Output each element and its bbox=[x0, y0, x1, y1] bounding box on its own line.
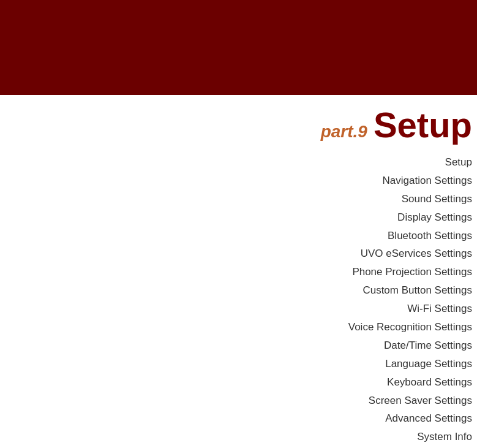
menu-item-advanced-settings[interactable]: Advanced Settings bbox=[385, 410, 472, 428]
menu-item-voice-recognition-settings[interactable]: Voice Recognition Settings bbox=[348, 319, 472, 336]
menu-item-navigation-settings[interactable]: Navigation Settings bbox=[383, 172, 472, 190]
menu-item-uvo-eservices-settings[interactable]: UVO eServices Settings bbox=[361, 245, 472, 263]
menu-item-phone-projection-settings[interactable]: Phone Projection Settings bbox=[352, 264, 472, 281]
menu-item-sound-settings[interactable]: Sound Settings bbox=[402, 191, 472, 208]
title-section: part.9 Setup bbox=[0, 107, 477, 143]
menu-item-bluetooth-settings[interactable]: Bluetooth Settings bbox=[388, 227, 472, 245]
content-area: part.9 Setup SetupNavigation SettingsSou… bbox=[0, 95, 477, 446]
header-banner bbox=[0, 0, 477, 95]
part-label: part.9 bbox=[321, 122, 367, 142]
menu-item-language-settings[interactable]: Language Settings bbox=[385, 355, 472, 373]
menu-item-custom-button-settings[interactable]: Custom Button Settings bbox=[362, 282, 472, 300]
menu-item-system-info[interactable]: System Info bbox=[417, 428, 472, 446]
menu-item-keyboard-settings[interactable]: Keyboard Settings bbox=[387, 374, 472, 392]
setup-title: Setup bbox=[374, 107, 472, 143]
menu-item-wifi-settings[interactable]: Wi-Fi Settings bbox=[407, 300, 472, 318]
menu-item-screen-saver-settings[interactable]: Screen Saver Settings bbox=[369, 392, 472, 410]
menu-list: SetupNavigation SettingsSound SettingsDi… bbox=[0, 154, 477, 446]
menu-item-setup[interactable]: Setup bbox=[445, 154, 472, 172]
menu-item-display-settings[interactable]: Display Settings bbox=[397, 209, 472, 227]
menu-item-datetime-settings[interactable]: Date/Time Settings bbox=[384, 337, 472, 355]
